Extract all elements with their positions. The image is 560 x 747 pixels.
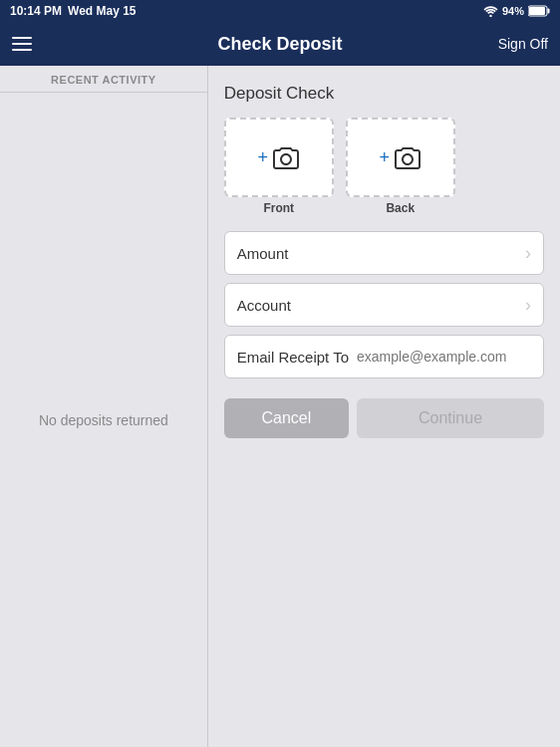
svg-rect-3 (548, 9, 550, 14)
account-field[interactable]: Account › (224, 283, 544, 327)
status-bar-right: 94% (483, 5, 550, 17)
right-panel: Deposit Check + Front + (208, 66, 560, 747)
amount-field[interactable]: Amount › (224, 231, 544, 275)
amount-chevron-icon: › (525, 243, 531, 264)
battery-display: 94% (502, 5, 524, 17)
main-layout: RECENT ACTIVITY No deposits returned Dep… (0, 66, 560, 747)
action-buttons: Cancel Continue (224, 398, 544, 438)
front-photo-button[interactable]: + (224, 118, 334, 197)
front-plus-icon: + (257, 147, 268, 168)
front-label: Front (263, 201, 294, 215)
status-bar: 10:14 PM Wed May 15 94% (0, 0, 560, 22)
form-fields: Amount › Account › Email Receipt To (224, 231, 544, 378)
email-input[interactable] (357, 349, 531, 365)
svg-point-0 (489, 15, 491, 17)
sidebar: RECENT ACTIVITY No deposits returned (0, 66, 208, 747)
sign-off-button[interactable]: Sign Off (498, 36, 548, 52)
back-plus-icon: + (379, 147, 390, 168)
app-header: Check Deposit Sign Off (0, 22, 560, 66)
svg-rect-2 (529, 7, 545, 15)
back-camera-icon (394, 145, 421, 169)
account-label: Account (237, 297, 291, 314)
page-title: Check Deposit (217, 34, 342, 55)
amount-label: Amount (237, 245, 289, 262)
no-deposits-message: No deposits returned (39, 412, 168, 428)
menu-button[interactable] (12, 37, 32, 51)
battery-icon (528, 5, 550, 17)
email-row: Email Receipt To (224, 335, 544, 378)
wifi-icon (483, 5, 498, 17)
cancel-button[interactable]: Cancel (224, 398, 349, 438)
time-display: 10:14 PM (10, 4, 62, 18)
front-camera-icon (272, 145, 300, 169)
sidebar-content: No deposits returned (0, 93, 207, 747)
back-photo-button[interactable]: + (346, 118, 455, 197)
date-display: Wed May 15 (68, 4, 136, 18)
status-bar-left: 10:14 PM Wed May 15 (10, 4, 137, 18)
continue-button[interactable]: Continue (357, 398, 544, 438)
account-chevron-icon: › (525, 295, 531, 316)
back-label: Back (386, 201, 415, 215)
deposit-check-title: Deposit Check (224, 84, 544, 104)
recent-activity-header: RECENT ACTIVITY (0, 66, 207, 93)
email-receipt-label: Email Receipt To (237, 349, 349, 366)
back-photo-container: + Back (346, 118, 455, 215)
photo-row: + Front + Back (224, 118, 544, 215)
front-photo-container: + Front (224, 118, 334, 215)
